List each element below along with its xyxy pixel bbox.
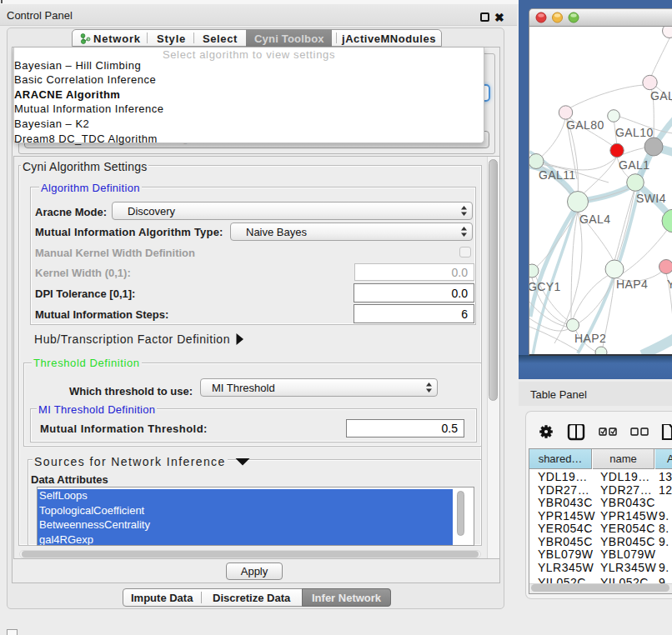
svg-text:GAL1: GAL1 (619, 158, 649, 172)
svg-text:GAL: GAL (650, 89, 672, 102)
svg-text:GAL11: GAL11 (539, 168, 576, 182)
svg-text:SWI4: SWI4 (636, 192, 666, 205)
svg-text:Y: Y (667, 278, 672, 291)
svg-text:GAL10: GAL10 (615, 126, 654, 139)
svg-text:GAL4: GAL4 (579, 212, 610, 226)
svg-text:GAL80: GAL80 (566, 118, 604, 132)
svg-text:GCY1: GCY1 (529, 280, 561, 293)
svg-text:HAP2: HAP2 (574, 332, 606, 345)
svg-text:HAP4: HAP4 (616, 278, 648, 291)
